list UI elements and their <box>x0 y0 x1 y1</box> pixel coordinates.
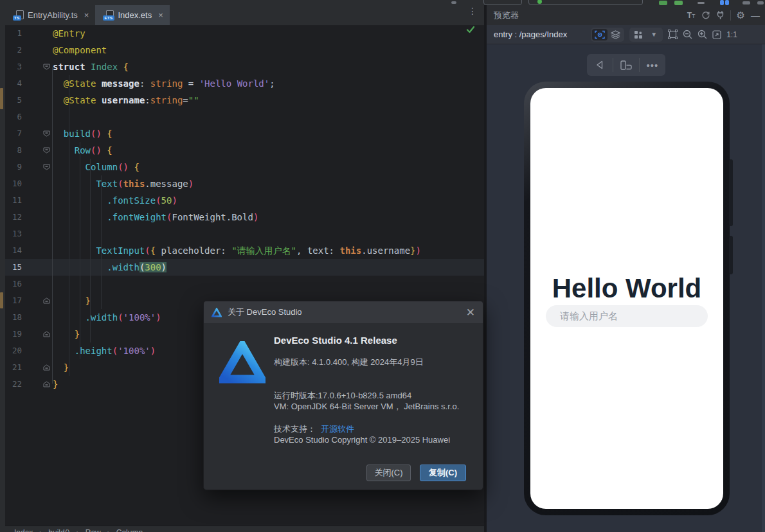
components-grid-icon[interactable] <box>631 29 646 40</box>
settings-button-partial[interactable] <box>757 1 764 4</box>
breadcrumb-item[interactable]: Column <box>116 528 143 532</box>
code-line-15[interactable]: 15 .width(300) <box>5 259 484 276</box>
preview-username-input[interactable]: 请输入用户名 <box>546 305 708 327</box>
debug-button-partial[interactable] <box>674 1 683 5</box>
code-line-12[interactable]: 12 .fontWeight(FontWeight.Bold) <box>5 209 484 226</box>
breadcrumb-item[interactable]: Row <box>86 528 101 532</box>
chevron-down-icon[interactable]: ▼ <box>646 29 662 40</box>
fold-marker-icon[interactable] <box>22 159 53 175</box>
preview-hello-text: Hello World <box>530 273 723 304</box>
layers-button[interactable] <box>608 29 623 40</box>
about-vm-line: VM: OpenJDK 64-Bit Server VM， JetBrains … <box>274 401 459 412</box>
line-number: 20 <box>5 342 22 359</box>
editor-tab-bar: TS EntryAbility.ts × ETS Index.ets × <box>5 5 484 26</box>
breadcrumb-item[interactable]: Index <box>14 528 33 532</box>
about-copyright: DevEco Studio Copyright © 2019–2025 Huaw… <box>274 435 450 445</box>
more-button[interactable]: ••• <box>640 54 665 76</box>
fold-marker-icon[interactable] <box>22 292 53 309</box>
previewer-title: 预览器 <box>494 10 519 21</box>
run-config-dropdown[interactable] <box>483 0 522 5</box>
line-number: 4 <box>5 75 22 92</box>
line-number: 11 <box>5 192 22 209</box>
tab-index-ets[interactable]: ETS Index.ets × <box>95 5 169 25</box>
line-number: 15 <box>5 259 22 276</box>
refresh-icon[interactable] <box>701 11 710 20</box>
previewer-header: 预览器 TT ⚙ — <box>487 5 765 25</box>
minimize-icon[interactable]: — <box>751 13 760 18</box>
copy-info-button[interactable]: 复制(C) <box>420 465 466 481</box>
code-line-2[interactable]: 2@Component <box>5 42 484 58</box>
tab-label: Index.ets <box>118 10 152 20</box>
tool-window-stripe[interactable] <box>0 5 5 532</box>
phone-device-frame: Hello World 请输入用户名 <box>524 82 730 515</box>
editor-options-kebab-icon[interactable]: ⋮ <box>468 8 477 21</box>
fold-marker-icon[interactable] <box>22 125 53 142</box>
preview-page-label: entry : /pages/Index <box>494 30 567 39</box>
editor-preview-splitter[interactable] <box>484 5 487 532</box>
device-selector[interactable] <box>528 0 643 5</box>
zoom-out-icon[interactable] <box>683 30 692 39</box>
code-line-5[interactable]: 5 @State username:string="" <box>5 92 484 109</box>
zoom-in-icon[interactable] <box>698 30 707 39</box>
about-dialog-titlebar[interactable]: 关于 DevEco Studio ✕ <box>204 301 483 323</box>
rotate-device-button[interactable] <box>613 54 639 76</box>
tab-entryability[interactable]: TS EntryAbility.ts × <box>5 5 95 25</box>
breadcrumb-separator: › <box>39 528 42 532</box>
code-line-6[interactable]: 6 <box>5 109 484 125</box>
back-button[interactable] <box>587 54 613 76</box>
fold-column <box>22 192 53 209</box>
code-line-14[interactable]: 14 TextInput({ placeholder: "请输入用户名", te… <box>5 242 484 259</box>
preview-eye-button[interactable] <box>592 29 608 40</box>
breadcrumb-item[interactable]: build() <box>48 528 69 532</box>
code-line-1[interactable]: 1@Entry <box>5 25 484 42</box>
deveco-logo-icon <box>212 308 222 317</box>
line-number: 16 <box>5 276 22 292</box>
code-line-8[interactable]: 8 Row() { <box>5 142 484 159</box>
inspections-ok-icon[interactable] <box>466 26 475 33</box>
frame-select-icon[interactable] <box>668 30 678 39</box>
code-line-7[interactable]: 7 build() { <box>5 125 484 142</box>
tab-close-icon[interactable]: × <box>84 10 89 20</box>
stripe-mark <box>0 88 3 109</box>
code-line-16[interactable]: 16 <box>5 276 484 292</box>
close-icon[interactable]: ✕ <box>466 307 475 318</box>
code-text <box>53 226 484 242</box>
fold-column <box>22 309 53 326</box>
preview-scrollbar[interactable] <box>762 44 765 532</box>
gear-icon[interactable]: ⚙ <box>737 10 745 20</box>
fold-marker-icon[interactable] <box>22 376 53 393</box>
run-button-partial[interactable] <box>659 1 667 5</box>
open-source-link[interactable]: 开源软件 <box>321 424 354 434</box>
fold-column <box>22 209 53 226</box>
fold-marker-icon[interactable] <box>22 326 53 342</box>
fold-marker-icon[interactable] <box>22 359 53 376</box>
line-number: 5 <box>5 92 22 109</box>
plug-icon[interactable] <box>716 10 724 20</box>
fold-marker-icon[interactable] <box>22 58 53 75</box>
fold-marker-icon[interactable] <box>22 142 53 159</box>
back-icon <box>595 60 604 69</box>
code-text: Text(this.message) <box>53 175 484 192</box>
code-line-11[interactable]: 11 .fontSize(50) <box>5 192 484 209</box>
close-dialog-button[interactable]: 关闭(C) <box>366 465 411 481</box>
code-line-3[interactable]: 3struct Index { <box>5 58 484 75</box>
code-line-4[interactable]: 4 @State message: string = 'Hello World'… <box>5 75 484 92</box>
line-number: 12 <box>5 209 22 226</box>
font-size-icon[interactable]: TT <box>687 11 696 20</box>
fit-to-screen-icon[interactable] <box>712 30 721 39</box>
ts-file-icon: TS <box>13 10 24 21</box>
zoom-ratio-label[interactable]: 1:1 <box>726 30 737 39</box>
previewer-canvas: ••• Hello World 请输入用户名 <box>487 44 765 532</box>
code-text: .width(300) <box>53 259 484 276</box>
code-line-13[interactable]: 13 <box>5 226 484 242</box>
chevron-partial <box>451 1 456 4</box>
line-number: 22 <box>5 376 22 393</box>
profiler-button-partial2[interactable] <box>725 0 729 5</box>
code-line-10[interactable]: 10 Text(this.message) <box>5 175 484 192</box>
fold-column <box>22 342 53 359</box>
tab-close-icon[interactable]: × <box>158 10 163 20</box>
stop-button-partial[interactable] <box>698 2 705 4</box>
profiler-button-partial[interactable] <box>720 0 724 5</box>
search-button-partial[interactable] <box>742 1 750 4</box>
code-line-9[interactable]: 9 Column() { <box>5 159 484 175</box>
